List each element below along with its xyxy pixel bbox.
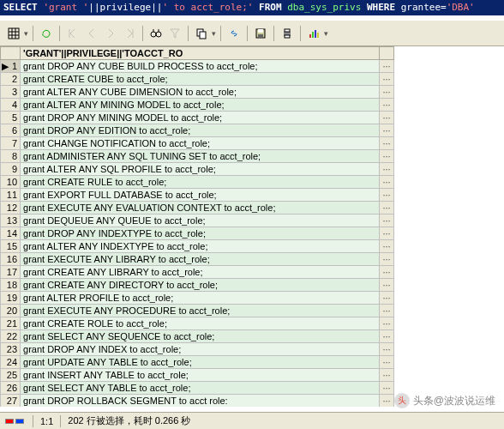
row-number[interactable]: 27 (1, 395, 21, 408)
table-row[interactable]: 18grant CREATE ANY DIRECTORY to acct_rol… (1, 279, 394, 292)
refresh-icon[interactable] (38, 25, 55, 42)
row-number[interactable]: 21 (1, 317, 21, 330)
table-row[interactable]: 19grant ALTER PROFILE to acct_role;··· (1, 292, 394, 305)
row-number[interactable]: 7 (1, 137, 21, 150)
table-row[interactable]: 2grant CREATE CUBE to acct_role;··· (1, 73, 394, 86)
next-icon[interactable] (102, 25, 119, 42)
ellipsis-button[interactable]: ··· (380, 189, 394, 202)
chart-icon[interactable] (305, 25, 322, 42)
row-number[interactable]: 17 (1, 266, 21, 279)
ellipsis-button[interactable]: ··· (380, 369, 394, 382)
print-icon[interactable] (279, 25, 296, 42)
table-row[interactable]: 6grant DROP ANY EDITION to acct_role;··· (1, 124, 394, 137)
table-row[interactable]: 25grant INSERT ANY TABLE to acct_role;··… (1, 369, 394, 382)
data-cell[interactable]: grant DROP ROLLBACK SEGMENT to acct role… (21, 395, 380, 408)
ellipsis-button[interactable]: ··· (380, 227, 394, 240)
table-row[interactable]: 5grant DROP ANY MINING MODEL to acct_rol… (1, 112, 394, 124)
copy-icon[interactable] (193, 25, 210, 42)
data-cell[interactable]: grant DROP ANY CUBE BUILD PROCESS to acc… (21, 60, 380, 73)
data-cell[interactable]: grant EXECUTE ANY LIBRARY to acct_role; (21, 253, 380, 266)
row-number[interactable]: 24 (1, 356, 21, 369)
ellipsis-button[interactable]: ··· (380, 356, 394, 369)
data-cell[interactable]: grant EXPORT FULL DATABASE to acct_role; (21, 189, 380, 202)
table-row[interactable]: 27grant DROP ROLLBACK SEGMENT to acct ro… (1, 395, 394, 408)
table-row[interactable]: 15grant ALTER ANY INDEXTYPE to acct_role… (1, 240, 394, 253)
table-row[interactable]: 12grant EXECUTE ANY EVALUATION CONTEXT t… (1, 202, 394, 214)
row-number[interactable]: 10 (1, 176, 21, 189)
binoculars-icon[interactable] (147, 25, 165, 42)
column-header[interactable]: 'GRANT'||PRIVILEGE||'TOACCT_RO (21, 47, 380, 60)
ellipsis-button[interactable]: ··· (380, 112, 394, 124)
row-number[interactable]: 9 (1, 163, 21, 176)
table-row[interactable]: 4grant ALTER ANY MINING MODEL to acct_ro… (1, 99, 394, 112)
ellipsis-button[interactable]: ··· (380, 382, 394, 395)
ellipsis-button[interactable]: ··· (380, 60, 394, 73)
ellipsis-button[interactable]: ··· (380, 176, 394, 189)
row-number[interactable]: 22 (1, 330, 21, 343)
ellipsis-button[interactable]: ··· (380, 124, 394, 137)
ellipsis-button[interactable]: ··· (380, 266, 394, 279)
table-row[interactable]: 24grant UPDATE ANY TABLE to acct_role;··… (1, 356, 394, 369)
data-cell[interactable]: grant CREATE ANY DIRECTORY to acct_role; (21, 279, 380, 292)
save-icon[interactable] (252, 25, 269, 42)
table-row[interactable]: 11grant EXPORT FULL DATABASE to acct_rol… (1, 189, 394, 202)
data-cell[interactable]: grant CREATE ROLE to acct_role; (21, 317, 380, 330)
row-number[interactable]: 12 (1, 202, 21, 214)
data-cell[interactable]: grant DEQUEUE ANY QUEUE to acct_role; (21, 214, 380, 227)
prev-icon[interactable] (83, 25, 100, 42)
data-cell[interactable]: grant EXECUTE ANY PROCEDURE to acct_role… (21, 305, 380, 317)
ellipsis-button[interactable]: ··· (380, 240, 394, 253)
table-row[interactable]: 21grant CREATE ROLE to acct_role;··· (1, 317, 394, 330)
row-number[interactable]: 11 (1, 189, 21, 202)
data-cell[interactable]: grant ADMINISTER ANY SQL TUNING SET to a… (21, 150, 380, 163)
row-number[interactable]: 16 (1, 253, 21, 266)
ellipsis-button[interactable]: ··· (380, 343, 394, 356)
ellipsis-button[interactable]: ··· (380, 150, 394, 163)
ellipsis-button[interactable]: ··· (380, 73, 394, 86)
data-cell[interactable]: grant ALTER ANY MINING MODEL to acct_rol… (21, 99, 380, 112)
row-number[interactable]: 25 (1, 369, 21, 382)
row-number[interactable]: 2 (1, 73, 21, 86)
table-row[interactable]: 13grant DEQUEUE ANY QUEUE to acct_role;·… (1, 214, 394, 227)
table-row[interactable]: 3grant ALTER ANY CUBE DIMENSION to acct_… (1, 86, 394, 99)
row-number[interactable]: ▶1 (1, 60, 21, 73)
data-cell[interactable]: grant ALTER ANY SQL PROFILE to acct_role… (21, 163, 380, 176)
table-row[interactable]: 14grant DROP ANY INDEXTYPE to acct_role;… (1, 227, 394, 240)
table-row[interactable]: 26grant SELECT ANY TABLE to acct_role;··… (1, 382, 394, 395)
row-number[interactable]: 6 (1, 124, 21, 137)
filter-icon[interactable] (166, 25, 183, 42)
data-cell[interactable]: grant CREATE RULE to acct_role; (21, 176, 380, 189)
first-icon[interactable] (64, 25, 81, 42)
ellipsis-button[interactable]: ··· (380, 279, 394, 292)
data-cell[interactable]: grant CREATE ANY LIBRARY to acct_role; (21, 266, 380, 279)
ellipsis-button[interactable]: ··· (380, 163, 394, 176)
ellipsis-button[interactable]: ··· (380, 137, 394, 150)
ellipsis-button[interactable]: ··· (380, 202, 394, 214)
data-cell[interactable]: grant EXECUTE ANY EVALUATION CONTEXT to … (21, 202, 380, 214)
table-row[interactable]: 17grant CREATE ANY LIBRARY to acct_role;… (1, 266, 394, 279)
results-grid[interactable]: 'GRANT'||PRIVILEGE||'TOACCT_RO ▶1grant D… (0, 46, 394, 407)
table-row[interactable]: 23grant DROP ANY INDEX to acct_role;··· (1, 343, 394, 356)
link-icon[interactable] (225, 25, 243, 42)
ellipsis-button[interactable]: ··· (380, 317, 394, 330)
table-row[interactable]: 9grant ALTER ANY SQL PROFILE to acct_rol… (1, 163, 394, 176)
data-cell[interactable]: grant DROP ANY MINING MODEL to acct_role… (21, 112, 380, 124)
ellipsis-button[interactable]: ··· (380, 99, 394, 112)
table-row[interactable]: 8grant ADMINISTER ANY SQL TUNING SET to … (1, 150, 394, 163)
ellipsis-button[interactable]: ··· (380, 214, 394, 227)
ellipsis-button[interactable]: ··· (380, 253, 394, 266)
row-number[interactable]: 13 (1, 214, 21, 227)
table-row[interactable]: 10grant CREATE RULE to acct_role;··· (1, 176, 394, 189)
data-cell[interactable]: grant ALTER ANY INDEXTYPE to acct_role; (21, 240, 380, 253)
row-number[interactable]: 14 (1, 227, 21, 240)
ellipsis-button[interactable]: ··· (380, 395, 394, 408)
row-number[interactable]: 18 (1, 279, 21, 292)
data-cell[interactable]: grant ALTER ANY CUBE DIMENSION to acct_r… (21, 86, 380, 99)
table-row[interactable]: 7grant CHANGE NOTIFICATION to acct_role;… (1, 137, 394, 150)
table-row[interactable]: 22grant SELECT ANY SEQUENCE to acct_role… (1, 330, 394, 343)
table-row[interactable]: 16grant EXECUTE ANY LIBRARY to acct_role… (1, 253, 394, 266)
data-cell[interactable]: grant INSERT ANY TABLE to acct_role; (21, 369, 380, 382)
data-cell[interactable]: grant CHANGE NOTIFICATION to acct_role; (21, 137, 380, 150)
table-row[interactable]: ▶1grant DROP ANY CUBE BUILD PROCESS to a… (1, 60, 394, 73)
row-number[interactable]: 26 (1, 382, 21, 395)
